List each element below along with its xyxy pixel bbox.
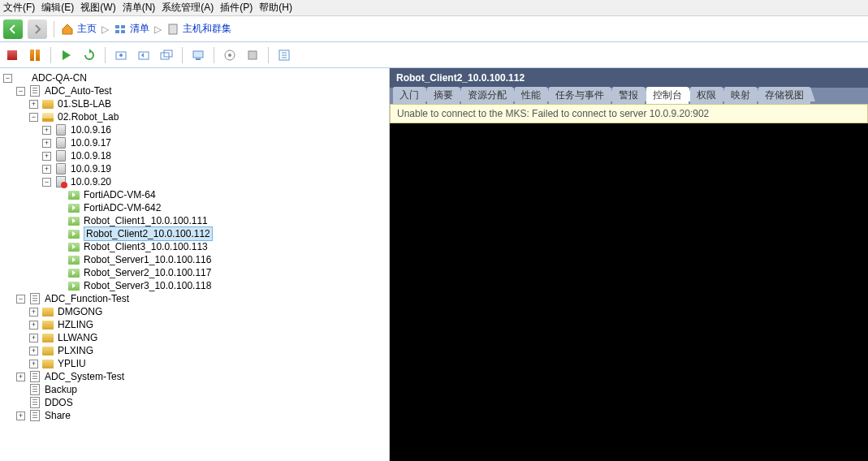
tree-host-warn[interactable]: −10.0.9.20 [0, 175, 389, 188]
poweron-button[interactable] [58, 46, 76, 64]
nav-back-button[interactable] [3, 19, 23, 39]
tree-label[interactable]: PLXING [58, 344, 93, 357]
reset-button[interactable] [80, 46, 98, 64]
tab-2[interactable]: 资源分配 [461, 87, 513, 104]
expand-toggle[interactable]: + [16, 373, 25, 381]
tab-8[interactable]: 映射 [724, 87, 757, 104]
edit-settings-button[interactable] [275, 46, 293, 64]
expand-toggle[interactable]: + [29, 308, 38, 317]
tree-label[interactable]: Robot_Server3_10.0.100.118 [84, 279, 211, 292]
tab-7[interactable]: 权限 [690, 87, 723, 104]
expand-toggle[interactable]: − [3, 74, 12, 83]
inventory-link[interactable]: 清单 [114, 22, 149, 36]
tree-datacenter[interactable]: −ADC_Function-Test [0, 292, 389, 305]
tree-label[interactable]: HZLING [58, 318, 93, 331]
tree-datacenter[interactable]: −ADC_Auto-Test [0, 84, 389, 97]
expand-toggle[interactable]: + [29, 347, 38, 355]
snapshot-manager-button[interactable] [158, 46, 175, 64]
tree-label[interactable]: 10.0.9.18 [71, 149, 111, 162]
expand-toggle[interactable]: + [42, 152, 51, 161]
tree-label[interactable]: 10.0.9.17 [71, 136, 111, 149]
tree-folder[interactable]: +LLWANG [0, 331, 389, 344]
connect-cdrom-button[interactable] [221, 46, 239, 64]
tree-vm[interactable]: Robot_Client3_10.0.100.113 [0, 240, 389, 253]
expand-toggle[interactable]: + [29, 334, 38, 343]
menu-plugins[interactable]: 插件(P) [220, 1, 253, 15]
tree-datacenter[interactable]: Backup [0, 383, 389, 396]
tree-label[interactable]: Robot_Server2_10.0.100.117 [84, 266, 211, 279]
expand-toggle[interactable]: − [29, 113, 38, 122]
tab-1[interactable]: 摘要 [427, 87, 460, 104]
tree-folder[interactable]: +PLXING [0, 344, 389, 357]
tab-9[interactable]: 存储视图 [758, 87, 810, 104]
tree-folder[interactable]: +YPLIU [0, 357, 389, 370]
menu-file[interactable]: 文件(F) [3, 1, 35, 15]
tree-datacenter[interactable]: +ADC_System-Test [0, 370, 389, 383]
tree-datacenter[interactable]: +Share [0, 409, 389, 422]
tree-host[interactable]: +10.0.9.17 [0, 136, 389, 149]
tree-label[interactable]: 02.Robot_Lab [58, 110, 119, 123]
tree-label[interactable]: DMGONG [58, 305, 102, 318]
tab-6[interactable]: 控制台 [646, 87, 689, 104]
tree-label[interactable]: ADC_Function-Test [45, 292, 129, 305]
expand-toggle[interactable]: + [29, 321, 38, 330]
tree-label[interactable]: LLWANG [58, 331, 97, 344]
tree-vm[interactable]: Robot_Server2_10.0.100.117 [0, 266, 389, 279]
tree-label[interactable]: 10.0.9.19 [71, 162, 111, 175]
expand-toggle[interactable]: − [42, 178, 51, 187]
tree-vm[interactable]: Robot_Server1_10.0.100.116 [0, 253, 389, 266]
expand-toggle[interactable]: + [42, 165, 51, 174]
tree-vm[interactable]: Robot_Client2_10.0.100.112 [0, 227, 389, 240]
tree-root[interactable]: −ADC-QA-CN [0, 71, 389, 84]
inventory-tree[interactable]: −ADC-QA-CN−ADC_Auto-Test+01.SLB-LAB−02.R… [0, 68, 390, 461]
tree-label[interactable]: DDOS [45, 396, 73, 409]
tree-label[interactable]: Share [45, 409, 71, 422]
nav-forward-button[interactable] [28, 19, 47, 39]
suspend-button[interactable] [26, 46, 44, 64]
expand-toggle[interactable]: − [16, 295, 25, 304]
tree-label[interactable]: Robot_Client2_10.0.100.112 [84, 226, 213, 241]
tree-label[interactable]: Robot_Client3_10.0.100.113 [84, 240, 208, 253]
tab-0[interactable]: 入门 [393, 87, 425, 104]
expand-toggle[interactable]: + [42, 126, 51, 135]
expand-toggle[interactable]: + [42, 139, 51, 148]
tree-label[interactable]: 10.0.9.20 [71, 175, 111, 188]
tab-3[interactable]: 性能 [515, 87, 547, 104]
tree-vm[interactable]: FortiADC-VM-642 [0, 201, 389, 214]
expand-toggle[interactable]: + [16, 411, 25, 420]
tree-label[interactable]: 10.0.9.16 [71, 123, 111, 136]
revert-snapshot-button[interactable] [135, 46, 153, 64]
menu-help[interactable]: 帮助(H) [259, 1, 292, 15]
expand-toggle[interactable]: + [29, 360, 38, 368]
tree-label[interactable]: Robot_Server1_10.0.100.116 [84, 253, 211, 266]
tab-5[interactable]: 警报 [612, 87, 645, 104]
poweroff-button[interactable] [3, 46, 21, 64]
tree-vm[interactable]: Robot_Server3_10.0.100.118 [0, 279, 389, 292]
expand-toggle[interactable]: − [16, 87, 25, 96]
expand-toggle[interactable]: + [29, 100, 38, 109]
tree-datacenter[interactable]: DDOS [0, 396, 389, 409]
hosts-clusters-link[interactable]: 主机和群集 [166, 22, 231, 36]
tree-host[interactable]: +10.0.9.16 [0, 123, 389, 136]
tree-label[interactable]: FortiADC-VM-642 [84, 201, 161, 214]
tree-label[interactable]: YPLIU [58, 357, 86, 370]
home-link[interactable]: 主页 [61, 22, 97, 36]
console-button[interactable] [189, 46, 207, 64]
snapshot-button[interactable] [112, 46, 130, 64]
menu-view[interactable]: 视图(W) [80, 1, 115, 15]
tree-host[interactable]: +10.0.9.18 [0, 149, 389, 162]
connect-floppy-button[interactable] [244, 46, 261, 64]
tree-label[interactable]: ADC_System-Test [45, 370, 124, 383]
vm-console[interactable] [390, 123, 868, 461]
tree-label[interactable]: ADC_Auto-Test [45, 84, 112, 97]
tree-vm[interactable]: Robot_Client1_10.0.100.111 [0, 214, 389, 227]
tree-host[interactable]: +10.0.9.19 [0, 162, 389, 175]
tree-folder[interactable]: −02.Robot_Lab [0, 110, 389, 123]
tree-folder[interactable]: +DMGONG [0, 305, 389, 318]
tab-4[interactable]: 任务与事件 [549, 87, 611, 104]
menu-inventory[interactable]: 清单(N) [123, 1, 156, 15]
menu-admin[interactable]: 系统管理(A) [162, 1, 214, 15]
tree-label[interactable]: 01.SLB-LAB [58, 97, 111, 110]
tree-label[interactable]: FortiADC-VM-64 [84, 188, 156, 201]
tree-label[interactable]: Robot_Client1_10.0.100.111 [84, 214, 208, 227]
